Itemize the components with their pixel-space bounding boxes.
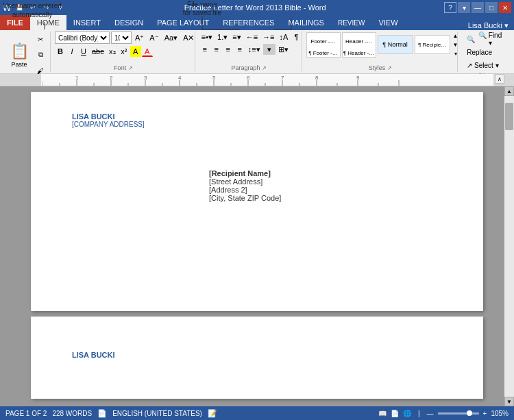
replace-button[interactable]: Replace [463, 46, 507, 58]
vertical-scrollbar[interactable]: ▲ ▼ [504, 86, 514, 406]
font-label: Font ↗ [55, 64, 192, 72]
tab-page-layout[interactable]: PAGE LAYOUT [150, 15, 216, 30]
help-button[interactable]: ? [444, 2, 456, 13]
replace-label: Replace [467, 49, 492, 56]
copy-icon: ⧉ [38, 51, 43, 59]
subscript-button[interactable]: x₂ [107, 46, 118, 57]
scroll-track[interactable] [504, 96, 514, 397]
align-left-button[interactable]: ≡ [199, 44, 210, 55]
center-button[interactable]: ≡ [211, 44, 222, 55]
scroll-up-button[interactable]: ▲ [504, 86, 514, 96]
user-account[interactable]: Lisa Bucki ▾ [468, 21, 514, 30]
numbering-button[interactable]: 1.▾ [215, 32, 230, 42]
street-address-field: [Street Address] [209, 177, 442, 186]
minimize-button[interactable]: — [472, 2, 484, 13]
font-grow-button[interactable]: A⁺ [133, 32, 146, 43]
tab-view[interactable]: VIEW [371, 15, 404, 30]
italic-button[interactable]: I [66, 46, 77, 57]
close-button[interactable]: ✕ [499, 2, 511, 13]
styles-group-label: Styles [369, 64, 386, 71]
tab-references[interactable]: REFERENCES [216, 15, 281, 30]
page-1-content[interactable]: LISA BUCKI [COMPANY ADDRESS] [Recipient … [72, 112, 442, 291]
style-header[interactable]: Header -… ¶ Header -… [342, 32, 376, 58]
select-button[interactable]: ↗ Select ▾ [463, 59, 507, 71]
style-dropdown[interactable]: ▾ [452, 49, 460, 58]
quick-access-toolbar: W 💾 ↩ ↪ ▾ [3, 2, 66, 13]
style-footer-label: ¶ Footer -… [308, 50, 338, 56]
style-scroll-down[interactable]: ▼ [452, 40, 460, 49]
company-address-field: [COMPANY ADDRESS] [72, 121, 442, 128]
scroll-thumb[interactable] [505, 103, 513, 130]
increase-indent-button[interactable]: →≡ [260, 32, 276, 42]
style-header-preview: Header -… [342, 34, 376, 50]
strikethrough-button[interactable]: abc [90, 46, 106, 57]
tab-file[interactable]: FILE [0, 15, 30, 30]
font-expander[interactable]: ↗ [128, 65, 133, 71]
ribbon-toolbar: 📋 Paste ✂ ⧉ 🖌 Clipboard ↗ [0, 30, 514, 74]
font-name-select[interactable]: Calibri (Body) [55, 32, 110, 44]
superscript-button[interactable]: x² [119, 46, 130, 57]
customize-quick-access[interactable]: ▾ [55, 2, 66, 13]
paragraph-controls: ≡•▾ 1.▾ ≡▾ ←≡ →≡ ↕A ¶ ≡ ≡ ≡ ≡ ↕≡▾ ▾ ⊞▾ [199, 32, 302, 64]
line-spacing-button[interactable]: ↕≡▾ [246, 44, 262, 55]
borders-button[interactable]: ⊞▾ [276, 44, 291, 55]
font-color-button[interactable]: A [142, 46, 153, 57]
bold-button[interactable]: B [55, 46, 66, 57]
tab-home[interactable]: HOME [30, 15, 66, 30]
highlight-button[interactable]: A [130, 46, 141, 57]
tab-review[interactable]: REVIEW [331, 15, 371, 30]
zoom-slider[interactable] [438, 412, 479, 415]
ribbon-display-button[interactable]: ▾ [458, 2, 470, 13]
sort-button[interactable]: ↕A [278, 32, 291, 42]
show-marks-button[interactable]: ¶ [291, 32, 302, 42]
editing-group: 🔍 🔍 Find ▾ Replace ↗ Select ▾ Editing ∧ [459, 32, 511, 72]
page-2-content[interactable]: LISA BUCKI [72, 351, 442, 406]
tab-insert[interactable]: INSERT [66, 15, 108, 30]
multilevel-button[interactable]: ≡▾ [230, 32, 243, 42]
shading-button[interactable]: ▾ [263, 44, 276, 55]
copy-button[interactable]: ⧉ [34, 47, 47, 62]
undo-button[interactable]: ↩ [27, 2, 38, 13]
style-footer[interactable]: Footer -… ¶ Footer -… [306, 32, 341, 58]
view-print-button[interactable]: 📄 [391, 410, 399, 417]
find-button[interactable]: 🔍 🔍 Find ▾ [463, 33, 507, 45]
save-button[interactable]: 💾 [14, 2, 25, 13]
svg-text:7: 7 [281, 75, 284, 81]
zoom-out-button[interactable]: — [427, 410, 434, 417]
font-shrink-button[interactable]: A⁻ [147, 32, 160, 43]
style-footer-preview: Footer -… [306, 34, 341, 50]
select-label: ↗ Select ▾ [467, 62, 498, 69]
restore-button[interactable]: □ [485, 2, 498, 13]
document-area[interactable]: LISA BUCKI [COMPANY ADDRESS] [Recipient … [0, 86, 514, 406]
font-size-select[interactable]: 10 [111, 32, 132, 44]
underline-button[interactable]: U [78, 46, 89, 57]
cut-button[interactable]: ✂ [34, 32, 47, 47]
decrease-indent-button[interactable]: ←≡ [244, 32, 260, 42]
view-read-button[interactable]: 📖 [378, 410, 387, 417]
align-right-button[interactable]: ≡ [223, 44, 234, 55]
clear-formatting-button[interactable]: A✕ [181, 32, 196, 43]
redo-button[interactable]: ↪ [41, 2, 52, 13]
para-row-2: ≡ ≡ ≡ ≡ ↕≡▾ ▾ ⊞▾ [199, 44, 291, 55]
zoom-in-button[interactable]: + [483, 410, 487, 417]
style-normal[interactable]: ¶ Normal [378, 35, 413, 54]
find-icon: 🔍 [467, 36, 475, 43]
paste-button[interactable]: 📋 Paste [5, 38, 33, 72]
tab-mailings[interactable]: MAILINGS [281, 15, 331, 30]
view-web-button[interactable]: 🌐 [403, 410, 411, 417]
collapse-ribbon-button[interactable]: ∧ [495, 74, 504, 84]
style-scroll-up[interactable]: ▲ [452, 32, 460, 40]
styles-expander[interactable]: ↗ [387, 65, 392, 71]
styles-group: Footer -… ¶ Footer -… Header -… ¶ Header… [304, 32, 458, 72]
style-recipient[interactable]: ¶ Recipie… [415, 35, 450, 54]
font-row-2: B I U abc x₂ x² A A [55, 46, 153, 57]
tab-design[interactable]: DESIGN [108, 15, 150, 30]
style-normal-preview: ¶ Normal [378, 36, 413, 53]
scroll-down-button[interactable]: ▼ [504, 397, 514, 406]
svg-text:1: 1 [75, 75, 79, 81]
bullets-button[interactable]: ≡•▾ [199, 32, 215, 42]
justify-button[interactable]: ≡ [234, 44, 245, 55]
paragraph-expander[interactable]: ↗ [262, 65, 267, 71]
zoom-thumb [467, 410, 472, 416]
font-case-button[interactable]: Aa▾ [162, 32, 180, 43]
